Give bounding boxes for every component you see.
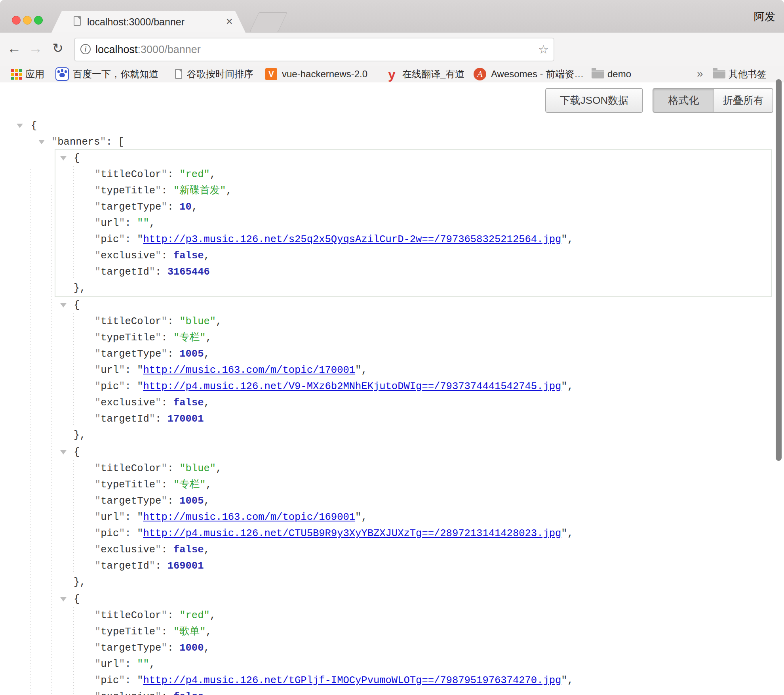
bookmark-vue-hackernews[interactable]: vue-hackernews-2.0 (282, 66, 367, 82)
json-property-targetType: "targetType": 1005, (55, 346, 771, 362)
url-host: localhost (95, 44, 138, 55)
bookmark-folder-demo[interactable]: demo (607, 66, 631, 82)
json-array-item: {"titleColor": "blue","typeTitle": "专栏",… (55, 296, 772, 444)
bookmark-baidu[interactable]: 百度一下，你就知道 (73, 66, 158, 82)
json-url-link[interactable]: http://p4.music.126.net/CTU5B9R9y3XyYBZX… (143, 528, 561, 539)
json-property-typeTitle: "typeTitle": "专栏", (55, 477, 771, 493)
bookmark-google-sort[interactable]: 谷歌按时间排序 (187, 66, 253, 82)
json-property-targetId: "targetId": 3165446 (55, 264, 771, 280)
collapse-toggle-icon[interactable] (60, 597, 67, 601)
awesomes-favicon-icon: A (474, 68, 486, 80)
profile-name[interactable]: 阿发 (754, 10, 775, 24)
json-property-targetId: "targetId": 170001 (55, 411, 771, 427)
json-property-typeTitle: "typeTitle": "新碟首发", (55, 183, 771, 199)
tab-close-icon[interactable]: ✕ (226, 11, 233, 32)
json-array-item: {"titleColor": "red","typeTitle": "歌单","… (55, 590, 772, 695)
json-object-open: { (55, 591, 771, 607)
browser-tab[interactable]: localhost:3000/banner ✕ (51, 11, 245, 32)
forward-button: → (26, 32, 45, 66)
apps-grid-icon[interactable] (11, 69, 22, 80)
json-property-targetType: "targetType": 10, (55, 199, 771, 215)
json-property-typeTitle: "typeTitle": "专栏", (55, 330, 771, 346)
json-property-url: "url": "", (55, 656, 771, 672)
page-favicon-icon (175, 69, 182, 79)
json-object-close: }, (55, 574, 771, 590)
window-minimize-button[interactable] (23, 16, 32, 25)
json-array-item: {"titleColor": "blue","typeTitle": "专栏",… (55, 443, 772, 591)
bookmark-youdao-translate[interactable]: 在线翻译_有道 (402, 66, 464, 82)
window-zoom-button[interactable] (34, 16, 43, 25)
url-text[interactable]: localhost:3000/banner (95, 38, 201, 61)
json-object-open: { (55, 444, 771, 460)
browser-toolbar: ← → ↻ i localhost:3000/banner ☆ V 英 FE 品… (0, 32, 784, 66)
json-url-link[interactable]: http://p4.music.126.net/tGPljf-IMOCyPvum… (143, 675, 561, 686)
json-root-brace: { (0, 118, 784, 134)
json-property-url: "url": "", (55, 215, 771, 231)
folder-icon (713, 70, 725, 78)
json-property-titleColor: "titleColor": "red", (55, 166, 771, 183)
back-button[interactable]: ← (5, 32, 24, 66)
scrollbar-thumb[interactable] (776, 79, 782, 461)
json-property-typeTitle: "typeTitle": "歌单", (55, 624, 771, 640)
collapse-toggle-icon[interactable] (17, 124, 23, 128)
json-property-targetType: "targetType": 1005, (55, 493, 771, 509)
bookmark-awesomes[interactable]: Awesomes - 前端资… (491, 66, 584, 82)
download-json-button[interactable]: 下载JSON数据 (545, 88, 643, 113)
json-property-exclusive: "exclusive": false, (55, 542, 771, 558)
json-property-exclusive: "exclusive": false (55, 689, 771, 695)
json-url-link[interactable]: http://p3.music.126.net/s25q2x5QyqsAzilC… (143, 234, 561, 245)
json-url-link[interactable]: http://music.163.com/m/topic/169001 (143, 512, 355, 523)
page-content: 下载JSON数据 格式化 折叠所有 {"banners": [{"titleCo… (0, 82, 784, 695)
collapse-toggle-icon[interactable] (60, 303, 67, 307)
json-property-pic: "pic": "http://p4.music.126.net/CTU5B9R9… (55, 525, 771, 542)
json-property-url: "url": "http://music.163.com/m/topic/169… (55, 509, 771, 525)
json-property-exclusive: "exclusive": false, (55, 395, 771, 411)
collapse-toggle-icon[interactable] (38, 140, 45, 144)
json-property-url: "url": "http://music.163.com/m/topic/170… (55, 362, 771, 378)
vue-favicon-icon: V (265, 68, 277, 80)
json-property-titleColor: "titleColor": "blue", (55, 460, 771, 477)
json-property-targetType: "targetType": 1000, (55, 640, 771, 656)
json-object-close: }, (55, 280, 771, 296)
bookmark-star-icon[interactable]: ☆ (538, 38, 549, 61)
json-object-open: { (55, 297, 771, 313)
page-favicon-icon (74, 16, 81, 26)
json-property-exclusive: "exclusive": false, (55, 248, 771, 264)
collapse-all-button[interactable]: 折叠所有 (714, 88, 773, 113)
other-bookmarks-folder[interactable]: 其他书签 (729, 66, 767, 82)
json-object-close: }, (55, 427, 771, 443)
json-property-titleColor: "titleColor": "blue", (55, 313, 771, 330)
new-tab-button[interactable] (249, 12, 287, 32)
collapse-toggle-icon[interactable] (60, 450, 67, 454)
browser-window: localhost:3000/banner ✕ 阿发 ← → ↻ i local… (0, 0, 784, 695)
window-close-button[interactable] (12, 16, 21, 25)
json-object-open: { (55, 150, 771, 166)
json-property-targetId: "targetId": 169001 (55, 558, 771, 574)
youdao-favicon-icon: y (388, 67, 396, 82)
bookmark-apps[interactable]: 应用 (25, 66, 44, 82)
json-array-item: {"titleColor": "red","typeTitle": "新碟首发"… (55, 149, 772, 297)
bookmarks-bar: 应用 百度一下，你就知道 谷歌按时间排序 V vue-hackernews-2.… (0, 66, 784, 83)
folder-icon (592, 70, 604, 78)
tab-title: localhost:3000/banner (87, 11, 185, 32)
baidu-favicon-icon (55, 67, 69, 81)
format-button[interactable]: 格式化 (653, 88, 715, 113)
json-property-pic: "pic": "http://p4.music.126.net/V9-MXz6b… (55, 378, 771, 395)
collapse-toggle-icon[interactable] (60, 156, 67, 160)
json-tree: {"banners": [{"titleColor": "red","typeT… (0, 118, 784, 695)
reload-button[interactable]: ↻ (48, 32, 67, 66)
tab-strip: localhost:3000/banner ✕ 阿发 (0, 0, 784, 32)
bookmarks-overflow-chevron[interactable]: » (697, 66, 703, 82)
address-bar[interactable]: i localhost:3000/banner ☆ (74, 38, 554, 61)
json-property-pic: "pic": "http://p4.music.126.net/tGPljf-I… (55, 672, 771, 689)
json-banners-key: "banners": [ (0, 134, 784, 150)
json-url-link[interactable]: http://p4.music.126.net/V9-MXz6b2MNhEKju… (143, 381, 561, 392)
json-url-link[interactable]: http://music.163.com/m/topic/170001 (143, 365, 355, 376)
json-property-titleColor: "titleColor": "red", (55, 607, 771, 624)
site-info-icon[interactable]: i (80, 44, 91, 54)
url-path: :3000/banner (138, 44, 201, 55)
json-property-pic: "pic": "http://p3.music.126.net/s25q2x5Q… (55, 231, 771, 248)
